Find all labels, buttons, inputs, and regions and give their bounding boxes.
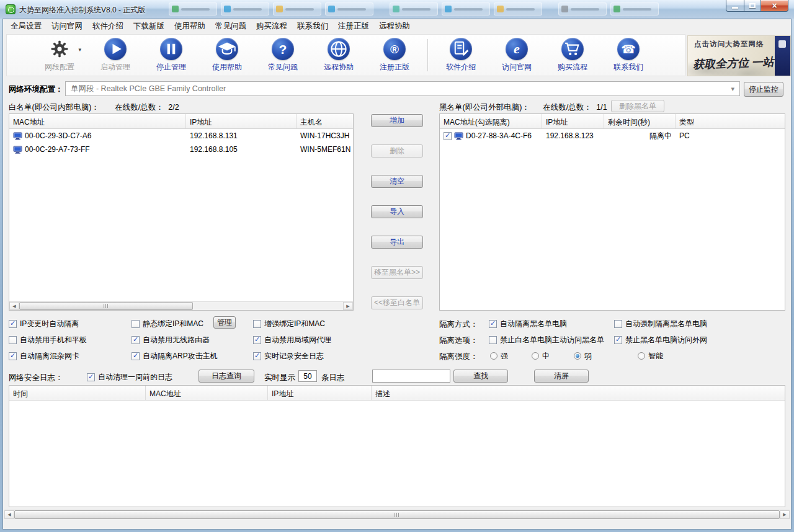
- column-header-ip[interactable]: IP地址: [268, 386, 372, 400]
- radio-button[interactable]: [638, 352, 645, 360]
- move-to-whitelist-button[interactable]: <<移至白名单: [371, 296, 423, 309]
- menu-item-global-settings[interactable]: 全局设置: [6, 19, 47, 33]
- table-row[interactable]: ✓ D0-27-88-3A-4C-F6 192.168.8.123 隔离中 PC: [440, 129, 785, 143]
- scroll-right-icon[interactable]: ▶: [343, 302, 353, 310]
- toolbar-button-faq[interactable]: ? 常见问题: [255, 37, 311, 74]
- toolbar-button-register[interactable]: ® 注册正版: [367, 37, 422, 74]
- toolbar-button-website[interactable]: e 访问官网: [489, 37, 545, 74]
- menu-item-remote-assist[interactable]: 远程协助: [374, 19, 415, 33]
- checkbox[interactable]: ✓: [253, 352, 261, 360]
- stop-monitor-button[interactable]: 停止监控: [744, 82, 783, 97]
- option-static-bind-ip-mac[interactable]: ✓ 静态绑定IP和MAC: [132, 319, 203, 329]
- scroll-track[interactable]: [14, 510, 780, 519]
- option-realtime-security-log[interactable]: ✓ 实时记录安全日志: [253, 351, 324, 361]
- column-header-remaining[interactable]: 剩余时间(秒): [604, 114, 676, 128]
- column-header-mac[interactable]: MAC地址: [9, 114, 186, 128]
- option-forbid-blacklist-internet[interactable]: ✓ 禁止黑名单电脑访问外网: [614, 335, 707, 345]
- toolbar-button-intro[interactable]: 软件介绍: [433, 37, 489, 74]
- scroll-track[interactable]: [19, 302, 343, 310]
- chevron-down-icon[interactable]: ▾: [78, 47, 81, 53]
- log-count-input[interactable]: [298, 370, 317, 382]
- menu-item-purchase[interactable]: 购买流程: [251, 19, 292, 33]
- clear-button[interactable]: 清空: [371, 175, 423, 188]
- option-enhanced-bind-ip-mac[interactable]: ✓ 增强绑定IP和MAC: [253, 319, 325, 329]
- scroll-right-icon[interactable]: ▶: [780, 510, 790, 519]
- option-forbid-whitelist-access-blacklist[interactable]: ✓ 禁止白名单电脑主动访问黑名单: [489, 335, 604, 345]
- column-header-host[interactable]: 主机名: [297, 114, 353, 128]
- scroll-left-icon[interactable]: ◀: [9, 302, 19, 310]
- option-auto-isolate-blacklist[interactable]: ✓ 自动隔离黑名单电脑: [489, 319, 567, 329]
- option-force-isolate-blacklist[interactable]: ✓ 自动强制隔离黑名单电脑: [614, 319, 707, 329]
- checkbox[interactable]: ✓: [489, 320, 497, 328]
- delete-blacklist-button[interactable]: 删除黑名单: [611, 100, 664, 112]
- option-ip-change-isolate[interactable]: ✓ IP变更时自动隔离: [9, 319, 79, 329]
- toolbar-button-contact[interactable]: ☎ 联系我们: [600, 37, 656, 74]
- option-auto-clean-logs[interactable]: ✓ 自动清理一周前的日志: [87, 372, 172, 382]
- radio-button[interactable]: [574, 352, 581, 360]
- toolbar-button-segment-config[interactable]: ▾ 网段配置: [32, 37, 87, 74]
- radio-button[interactable]: [532, 352, 539, 360]
- menu-item-software-intro[interactable]: 软件介绍: [87, 19, 128, 33]
- checkbox[interactable]: ✓: [614, 336, 622, 344]
- checkbox[interactable]: ✓: [132, 320, 140, 328]
- checkbox[interactable]: ✓: [253, 320, 261, 328]
- option-disable-wireless-router[interactable]: ✓ 自动禁用无线路由器: [132, 335, 210, 345]
- scroll-thumb[interactable]: [14, 510, 780, 519]
- checkbox[interactable]: ✓: [489, 336, 497, 344]
- radio-weak[interactable]: 弱: [574, 351, 592, 361]
- close-button[interactable]: ×: [761, 0, 788, 12]
- option-isolate-arp-attack[interactable]: ✓ 自动隔离ARP攻击主机: [132, 351, 218, 361]
- column-header-mac[interactable]: MAC地址: [146, 386, 268, 400]
- minimize-button[interactable]: [726, 0, 744, 12]
- checkbox[interactable]: ✓: [132, 352, 140, 360]
- whitelist-horizontal-scrollbar[interactable]: ◀ ▶: [9, 301, 353, 310]
- checkbox[interactable]: ✓: [253, 336, 261, 344]
- titlebar[interactable]: 大势至网络准入控制系统V8.0 - 正式版 ×: [0, 0, 794, 19]
- toolbar-button-help[interactable]: 使用帮助: [199, 37, 255, 74]
- toolbar-button-purchase[interactable]: 购买流程: [545, 37, 600, 74]
- radio-smart[interactable]: 智能: [638, 351, 663, 361]
- column-header-mac-isolate[interactable]: MAC地址(勾选隔离): [440, 114, 542, 128]
- option-disable-phone-tablet[interactable]: ✓ 自动禁用手机和平板: [9, 335, 87, 345]
- column-header-ip[interactable]: IP地址: [542, 114, 604, 128]
- find-button[interactable]: 查找: [453, 370, 508, 383]
- table-row[interactable]: 00-0C-29-3D-C7-A6 192.168.8.131 WIN-17HC…: [9, 129, 353, 143]
- log-search-input[interactable]: [372, 370, 450, 383]
- import-button[interactable]: 导入: [371, 205, 423, 218]
- network-adapter-select[interactable]: 单网段 - Realtek PCIe GBE Family Controller…: [65, 81, 740, 96]
- column-header-type[interactable]: 类型: [676, 114, 785, 128]
- move-to-blacklist-button[interactable]: 移至黑名单>>: [371, 266, 423, 279]
- checkbox[interactable]: ✓: [9, 336, 17, 344]
- export-button[interactable]: 导出: [371, 236, 423, 249]
- column-header-time[interactable]: 时间: [9, 386, 146, 400]
- scroll-left-icon[interactable]: ◀: [4, 510, 14, 519]
- option-disable-lan-proxy[interactable]: ✓ 自动禁用局域网代理: [253, 335, 331, 345]
- manage-button[interactable]: 管理: [213, 316, 236, 329]
- menu-item-visit-website[interactable]: 访问官网: [47, 19, 87, 33]
- bottom-scrollbar[interactable]: ◀ ▶: [4, 510, 790, 519]
- checkbox[interactable]: ✓: [132, 336, 140, 344]
- menu-item-download-new[interactable]: 下载新版: [128, 19, 169, 33]
- promo-banner[interactable]: 点击访问大势至网络 获取全方位 一站: [687, 35, 791, 76]
- log-query-button[interactable]: 日志查询: [198, 370, 254, 383]
- add-button[interactable]: 增加: [371, 114, 423, 127]
- toolbar-button-start-manage[interactable]: 启动管理: [87, 37, 143, 74]
- checkbox[interactable]: ✓: [9, 352, 17, 360]
- toolbar-button-remote-assist[interactable]: 远程协助: [311, 37, 367, 74]
- table-row[interactable]: 00-0C-29-A7-73-FF 192.168.8.105 WIN-5MEF…: [9, 143, 353, 156]
- option-isolate-promiscuous-nic[interactable]: ✓ 自动隔离混杂网卡: [9, 351, 79, 361]
- menu-item-faq[interactable]: 常见问题: [210, 19, 251, 33]
- maximize-button[interactable]: [744, 0, 761, 12]
- menu-item-register[interactable]: 注册正版: [333, 19, 374, 33]
- clear-screen-button[interactable]: 清屏: [534, 370, 589, 383]
- column-header-description[interactable]: 描述: [372, 386, 785, 400]
- column-header-ip[interactable]: IP地址: [186, 114, 297, 128]
- toolbar-button-stop-manage[interactable]: 停止管理: [143, 37, 199, 74]
- checkbox[interactable]: ✓: [9, 320, 17, 328]
- radio-strong[interactable]: 强: [490, 351, 508, 361]
- menu-item-contact[interactable]: 联系我们: [292, 19, 333, 33]
- radio-medium[interactable]: 中: [532, 351, 550, 361]
- scroll-thumb[interactable]: [19, 302, 193, 310]
- delete-button[interactable]: 删除: [371, 144, 423, 157]
- radio-button[interactable]: [490, 352, 497, 360]
